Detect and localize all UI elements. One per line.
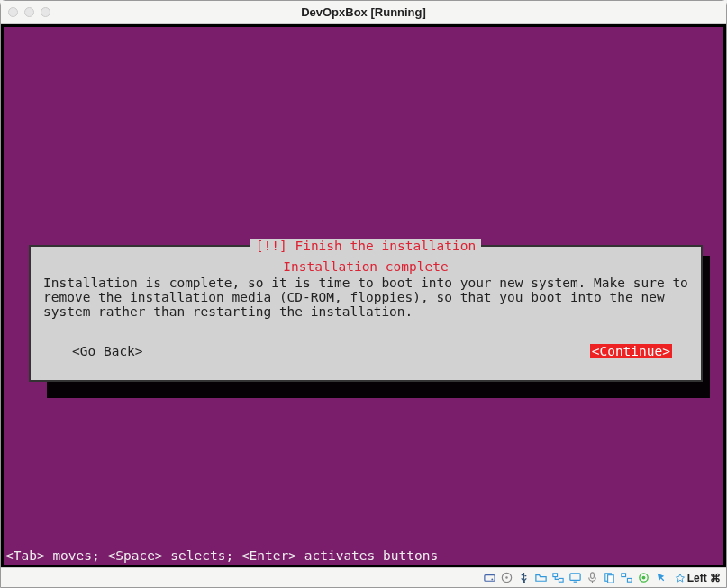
minimize-window-button[interactable] [24, 7, 34, 17]
svg-rect-8 [590, 573, 594, 579]
host-key-indicator[interactable]: Left ⌘ [675, 572, 721, 584]
window-title: DevOpxBox [Running] [1, 5, 726, 19]
svg-point-4 [523, 581, 525, 583]
svg-point-1 [491, 578, 493, 580]
installer-console[interactable]: [!!] Finish the installation Installatio… [4, 27, 723, 565]
dialog-body: Installation is complete, so it is time … [43, 276, 688, 319]
continue-button[interactable]: <Continue> [590, 344, 672, 358]
vm-window: DevOpxBox [Running] [!!] Finish the inst… [0, 0, 727, 588]
svg-rect-11 [622, 574, 626, 577]
usb-icon[interactable] [517, 571, 531, 584]
shared-clipboard-icon[interactable] [603, 571, 616, 584]
svg-rect-5 [553, 574, 558, 577]
title-state: [Running] [370, 5, 425, 19]
svg-rect-7 [570, 574, 580, 581]
dialog-title-wrap: [!!] Finish the installation [31, 239, 701, 253]
close-window-button[interactable] [8, 7, 18, 17]
window-controls [8, 7, 50, 17]
microphone-icon[interactable] [586, 571, 599, 584]
host-key-label: Left ⌘ [687, 572, 721, 584]
dialog-title: [!!] Finish the installation [250, 239, 481, 253]
recording-icon[interactable] [637, 571, 650, 584]
go-back-button[interactable]: <Go Back> [72, 344, 143, 358]
hard-disk-icon[interactable] [483, 571, 496, 584]
svg-point-14 [641, 576, 645, 580]
svg-point-3 [505, 576, 507, 578]
display-icon[interactable] [568, 571, 582, 584]
mouse-integration-icon[interactable] [654, 571, 668, 584]
keyboard-hint: <Tab> moves; <Space> selects; <Enter> ac… [5, 548, 438, 563]
svg-rect-6 [559, 578, 563, 582]
network-icon[interactable] [551, 571, 565, 584]
svg-rect-12 [627, 578, 632, 582]
vm-display-area: [!!] Finish the installation Installatio… [1, 24, 726, 567]
titlebar: DevOpxBox [Running] [1, 1, 726, 24]
dialog-subtitle: Installation complete [43, 259, 688, 274]
vm-statusbar: Left ⌘ [1, 567, 726, 587]
svg-rect-10 [607, 575, 613, 583]
svg-rect-0 [485, 575, 495, 582]
zoom-window-button[interactable] [41, 7, 50, 17]
folder-icon[interactable] [534, 571, 548, 584]
optical-disk-icon[interactable] [500, 571, 513, 584]
drag-drop-icon[interactable] [620, 571, 633, 584]
finish-install-dialog: [!!] Finish the installation Installatio… [29, 245, 703, 382]
title-app: DevOpxBox [301, 5, 368, 19]
